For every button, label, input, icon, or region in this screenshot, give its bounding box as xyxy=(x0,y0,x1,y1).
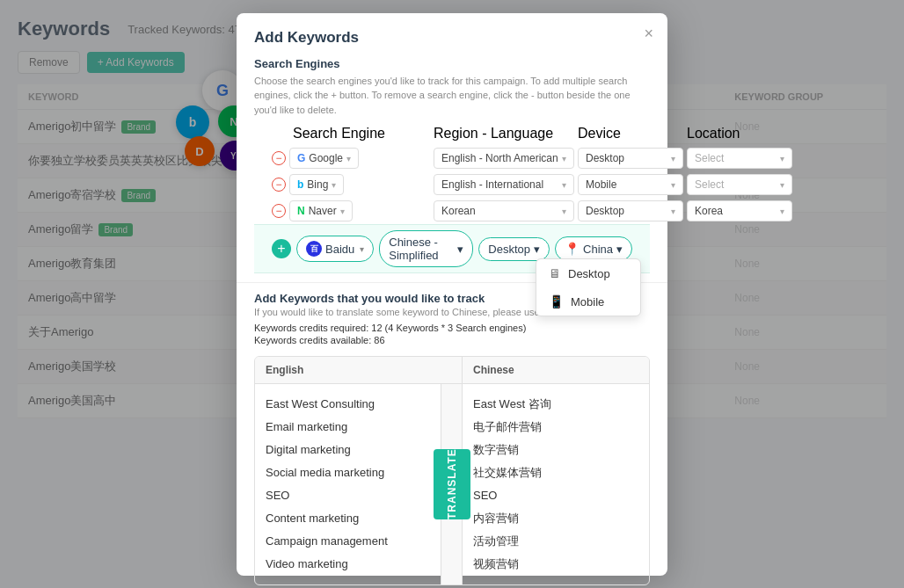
credits-available-label: Keywords credits available: xyxy=(254,335,371,345)
translate-button-col: TRANSLATE xyxy=(441,384,463,584)
english-col-header: English xyxy=(255,357,441,383)
bing-location-select[interactable]: Select ▾ xyxy=(687,174,792,195)
translation-table: English Chinese East West ConsultingEmai… xyxy=(254,356,650,585)
remove-google-button[interactable]: − xyxy=(272,151,286,165)
bing-device-select[interactable]: Mobile ▾ xyxy=(578,174,683,195)
baidu-engine-label: Baidu xyxy=(325,243,354,256)
english-keyword: Content marketing xyxy=(266,507,430,530)
translation-body: East West ConsultingEmail marketingDigit… xyxy=(255,384,649,584)
bing-device-chevron: ▾ xyxy=(671,180,675,190)
credits-required: Keywords credits required: 12 (4 Keyword… xyxy=(254,323,650,333)
english-keyword: Digital marketing xyxy=(266,439,430,461)
english-keywords-col: East West ConsultingEmail marketingDigit… xyxy=(255,384,441,584)
baidu-chevron-icon: ▾ xyxy=(360,244,364,254)
baidu-language-label: Chinese - Simplified xyxy=(389,236,454,262)
translation-header: English Chinese xyxy=(255,357,649,384)
location-pin-icon: 📍 xyxy=(565,242,580,256)
google-lang-chevron: ▾ xyxy=(562,154,566,163)
col-region-language: Region - Language xyxy=(434,126,574,142)
engine-row-google: − G Google ▾ English - North American ▾ … xyxy=(254,145,650,171)
google-location-select[interactable]: Select ▾ xyxy=(687,148,792,169)
english-keyword: Email marketing xyxy=(266,416,430,439)
chinese-keyword: 活动管理 xyxy=(473,530,638,553)
chinese-keyword: East West 咨询 xyxy=(473,393,638,416)
naver-device-select[interactable]: Desktop ▾ xyxy=(578,200,683,221)
naver-chevron-icon: ▾ xyxy=(340,207,345,216)
credits-required-label: Keywords credits required: xyxy=(254,323,368,333)
google-location-chevron: ▾ xyxy=(780,154,784,163)
remove-bing-button[interactable]: − xyxy=(272,178,286,192)
device-option-mobile[interactable]: 📱 Mobile xyxy=(536,287,640,316)
search-engines-title: Search Engines xyxy=(254,57,650,70)
col-search-engine: Search Engine xyxy=(272,126,430,142)
credits-required-value: 12 (4 Keywords * 3 Search engines) xyxy=(371,323,526,333)
credits-available: Keywords credits available: 86 xyxy=(254,335,650,345)
engine-row-bing: − b Bing ▾ English - International ▾ Mob… xyxy=(254,171,650,198)
baidu-engine-dropdown[interactable]: 百 Baidu ▾ xyxy=(296,236,374,262)
naver-engine-label: Naver xyxy=(309,205,337,217)
baidu-logo-icon: 百 xyxy=(306,241,322,257)
mobile-label: Mobile xyxy=(571,295,604,309)
engine-row-baidu: + 百 Baidu ▾ Chinese - Simplified ▾ Deskt… xyxy=(254,224,650,273)
google-logo-text: G xyxy=(297,152,305,164)
bing-location-chevron: ▾ xyxy=(780,180,784,190)
baidu-location-dropdown[interactable]: 📍 China ▾ xyxy=(555,236,632,261)
bing-chevron-icon: ▾ xyxy=(332,180,336,190)
modal-overlay: × Add Keywords Search Engines Choose the… xyxy=(0,0,904,588)
bing-engine-label: Bing xyxy=(307,178,328,191)
add-keywords-modal: × Add Keywords Search Engines Choose the… xyxy=(237,13,667,576)
naver-engine-select[interactable]: N Naver ▾ xyxy=(289,200,353,221)
device-popup: 🖥 Desktop 📱 Mobile xyxy=(536,258,641,316)
naver-location-chevron: ▾ xyxy=(780,207,784,216)
bing-logo-text: b xyxy=(297,178,303,191)
modal-title: Add Keywords xyxy=(254,29,650,47)
col-location-header: Location xyxy=(687,126,792,142)
engine-row-naver: − N Naver ▾ Korean ▾ Desktop ▾ Korea xyxy=(254,198,650,224)
naver-language-select[interactable]: Korean ▾ xyxy=(434,200,574,221)
baidu-location-chevron: ▾ xyxy=(616,243,623,256)
english-keyword: Campaign management xyxy=(266,530,430,553)
bing-engine-select[interactable]: b Bing ▾ xyxy=(289,174,344,195)
google-engine-label: Google xyxy=(309,152,343,164)
credits-available-value: 86 xyxy=(374,335,384,345)
google-chevron-icon: ▾ xyxy=(346,154,351,163)
chinese-keyword: SEO xyxy=(473,484,638,507)
english-keyword: SEO xyxy=(266,484,430,507)
add-engine-button[interactable]: + xyxy=(272,239,291,258)
google-engine-select[interactable]: G Google ▾ xyxy=(289,148,359,169)
naver-location-select[interactable]: Korea ▾ xyxy=(687,200,792,221)
col-device-header: Device xyxy=(578,126,683,142)
middle-divider xyxy=(441,357,463,383)
modal-close-button[interactable]: × xyxy=(644,25,653,41)
english-keyword: Social media marketing xyxy=(266,461,430,484)
se-columns-header: Search Engine Region - Language Device L… xyxy=(254,126,650,142)
bing-lang-chevron: ▾ xyxy=(562,180,566,190)
google-language-select[interactable]: English - North American ▾ xyxy=(434,148,574,169)
translate-button[interactable]: TRANSLATE xyxy=(434,449,470,519)
google-device-select[interactable]: Desktop ▾ xyxy=(578,148,683,169)
baidu-device-dropdown[interactable]: Desktop ▾ xyxy=(478,237,550,261)
desktop-icon: 🖥 xyxy=(549,266,561,280)
baidu-device-chevron: ▾ xyxy=(534,243,540,256)
chinese-keywords-col: East West 咨询电子邮件营销数字营销社交媒体营销SEO内容营销活动管理视… xyxy=(463,384,649,584)
search-engines-desc: Choose the search engines you'd like to … xyxy=(254,74,650,118)
chinese-keyword: 数字营销 xyxy=(473,439,638,461)
english-keyword: Video marketing xyxy=(266,553,430,576)
chinese-keyword: 内容营销 xyxy=(473,507,638,530)
chinese-keyword: 社交媒体营销 xyxy=(473,461,638,484)
baidu-location-label: China xyxy=(583,243,613,256)
mobile-icon: 📱 xyxy=(549,294,564,309)
device-option-desktop[interactable]: 🖥 Desktop xyxy=(536,259,640,287)
chinese-keyword: 视频营销 xyxy=(473,553,638,576)
baidu-lang-chevron: ▾ xyxy=(457,243,463,256)
google-device-chevron: ▾ xyxy=(671,154,675,163)
naver-lang-chevron: ▾ xyxy=(562,207,566,216)
bing-language-select[interactable]: English - International ▾ xyxy=(434,174,574,195)
baidu-language-dropdown[interactable]: Chinese - Simplified ▾ xyxy=(379,230,473,267)
baidu-device-label: Desktop xyxy=(488,243,530,256)
english-keyword: East West Consulting xyxy=(266,393,430,416)
remove-naver-button[interactable]: − xyxy=(272,204,286,218)
modal-header: Add Keywords Search Engines Choose the s… xyxy=(237,13,667,284)
naver-logo-text: N xyxy=(297,205,305,217)
naver-device-chevron: ▾ xyxy=(671,207,675,216)
